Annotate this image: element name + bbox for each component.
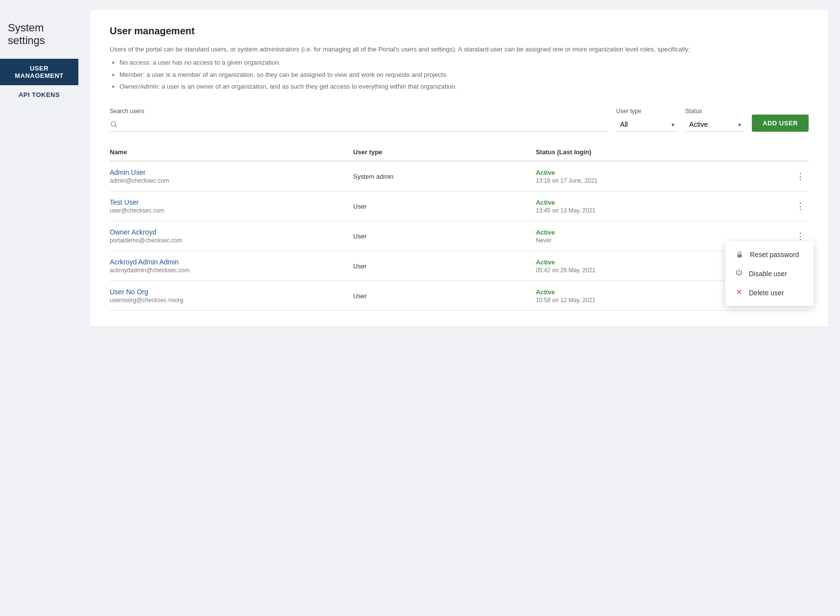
sidebar: System settings USER MANAGEMENT API TOKE… — [0, 0, 78, 616]
user-name[interactable]: Owner Ackroyd — [110, 228, 353, 236]
user-type-col: System admin — [353, 173, 536, 180]
user-type-col: User — [353, 203, 536, 210]
svg-point-0 — [111, 121, 116, 126]
status-badge: Active — [536, 169, 779, 176]
status-group: Status Active Inactive All ▾ — [685, 108, 744, 132]
page-layout: System settings USER MANAGEMENT API TOKE… — [0, 0, 840, 616]
search-group: Search users — [110, 108, 608, 132]
user-name[interactable]: Test User — [110, 198, 353, 206]
disable-user-label: Disable user — [749, 270, 787, 278]
search-icon — [110, 120, 118, 129]
svg-rect-2 — [737, 255, 742, 258]
search-label: Search users — [110, 108, 608, 115]
context-menu: Reset password Disable user — [725, 241, 814, 306]
row-actions: ⋮ — [779, 170, 809, 183]
user-name-col: User No Org usernoorg@checksec.noorg — [110, 288, 353, 304]
table-row: User No Org usernoorg@checksec.noorg Use… — [110, 281, 809, 311]
user-name-col: Owner Ackroyd portaldemo@checksec.com — [110, 228, 353, 244]
user-email: portaldemo@checksec.com — [110, 237, 353, 244]
user-name-col: Test User user@checksec.com — [110, 198, 353, 214]
delete-user-item[interactable]: Delete user — [725, 283, 814, 302]
add-user-button[interactable]: ADD USER — [752, 115, 809, 132]
user-type-select[interactable]: All System admin User — [616, 118, 677, 132]
col-header-actions — [779, 148, 809, 156]
user-type-select-wrapper: All System admin User ▾ — [616, 118, 677, 132]
user-email: user@checksec.com — [110, 207, 353, 214]
description-text: Users of the portal can be standard user… — [110, 45, 809, 55]
search-input-wrapper — [110, 118, 608, 132]
bullet-3: Owner/Admin: a user is an owner of an or… — [120, 82, 809, 92]
row-actions: ⋮ Reset password — [779, 230, 809, 242]
row-menu-button[interactable]: ⋮ — [792, 230, 809, 242]
user-email: ackroydadmin@checksec.com — [110, 267, 353, 274]
bullet-1: No access: a user has no access to a giv… — [120, 58, 809, 68]
table-row: Test User user@checksec.com User Active … — [110, 191, 809, 221]
sidebar-item-api-tokens[interactable]: API TOKENS — [0, 85, 78, 104]
lock-icon — [735, 250, 744, 259]
page-title: System settings — [0, 10, 78, 59]
user-name[interactable]: Admin User — [110, 168, 353, 176]
col-header-name: Name — [110, 148, 353, 156]
user-type-col: User — [353, 233, 536, 240]
filters-row: Search users User type — [110, 108, 809, 132]
status-select-wrapper: Active Inactive All ▾ — [685, 118, 744, 132]
user-type-col: User — [353, 292, 536, 300]
user-name[interactable]: Acrkroyd Admin Admin — [110, 258, 353, 266]
row-menu-button[interactable]: ⋮ — [792, 170, 809, 183]
status-badge: Active — [536, 229, 779, 236]
card-title: User management — [110, 25, 809, 37]
status-label: Status — [685, 108, 744, 115]
user-type-group: User type All System admin User ▾ — [616, 108, 677, 132]
bullet-2: Member: a user is a member of an organiz… — [120, 70, 809, 80]
delete-user-label: Delete user — [749, 289, 784, 297]
row-menu-button[interactable]: ⋮ — [792, 200, 809, 213]
user-email: admin@checksec.com — [110, 177, 353, 184]
user-table-body: Admin User admin@checksec.com System adm… — [110, 162, 809, 311]
reset-password-item[interactable]: Reset password — [725, 245, 814, 264]
search-input[interactable] — [110, 118, 608, 132]
last-login: 13:45 on 13 May, 2021 — [536, 207, 779, 214]
sidebar-item-user-management[interactable]: USER MANAGEMENT — [0, 59, 78, 85]
status-col: Active 13:45 on 13 May, 2021 — [536, 199, 779, 214]
table-header: Name User type Status (Last login) — [110, 143, 809, 162]
user-type-label: User type — [616, 108, 677, 115]
last-login: 13:16 on 17 June, 2021 — [536, 177, 779, 184]
status-col: Active 13:16 on 17 June, 2021 — [536, 169, 779, 184]
table-row: Admin User admin@checksec.com System adm… — [110, 162, 809, 191]
reset-password-label: Reset password — [750, 251, 799, 259]
user-email: usernoorg@checksec.noorg — [110, 297, 353, 304]
description-list: No access: a user has no access to a giv… — [110, 58, 809, 92]
status-badge: Active — [536, 199, 779, 206]
main-card: User management Users of the portal can … — [90, 10, 828, 327]
user-name[interactable]: User No Org — [110, 288, 353, 296]
status-select[interactable]: Active Inactive All — [685, 118, 744, 132]
power-icon — [735, 269, 743, 278]
user-name-col: Admin User admin@checksec.com — [110, 168, 353, 184]
main-content: User management Users of the portal can … — [78, 0, 840, 616]
user-name-col: Acrkroyd Admin Admin ackroydadmin@checks… — [110, 258, 353, 274]
table-row: Acrkroyd Admin Admin ackroydadmin@checks… — [110, 251, 809, 281]
col-header-user-type: User type — [353, 148, 536, 156]
user-type-col: User — [353, 262, 536, 270]
row-actions: ⋮ — [779, 200, 809, 213]
col-header-status: Status (Last login) — [536, 148, 779, 156]
delete-icon — [735, 288, 743, 297]
table-row: Owner Ackroyd portaldemo@checksec.com Us… — [110, 221, 809, 251]
svg-line-1 — [115, 125, 117, 127]
disable-user-item[interactable]: Disable user — [725, 264, 814, 283]
description-block: Users of the portal can be standard user… — [110, 45, 809, 92]
